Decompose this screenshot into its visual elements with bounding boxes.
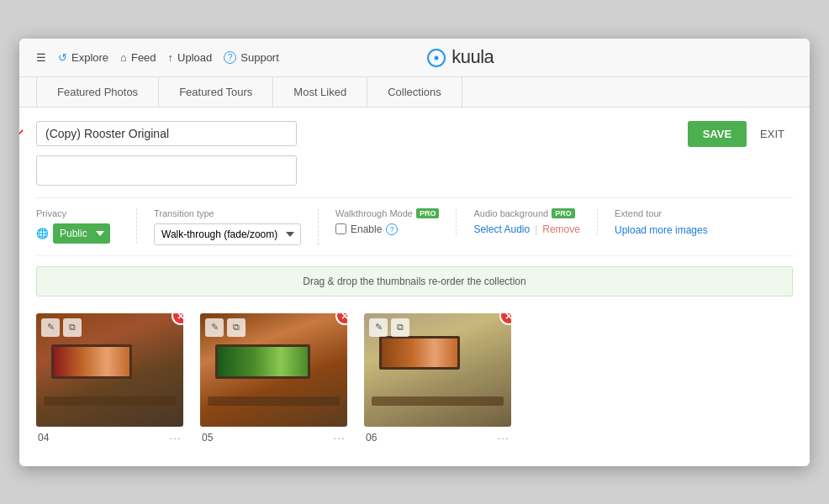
privacy-label: Privacy	[36, 208, 119, 218]
main-content: ↙ SAVE EXIT Privacy 🌐 Public	[19, 108, 810, 466]
select-audio-link[interactable]: Select Audio	[473, 223, 530, 235]
thumb-04-close-icon: ×	[172, 313, 183, 325]
thumb-06-more-button[interactable]: ···	[497, 431, 510, 444]
audio-label: Audio background PRO	[473, 208, 580, 218]
audio-group: Audio background PRO Select Audio | Remo…	[473, 208, 598, 235]
tabs-bar: Featured Photos Featured Tours Most Like…	[19, 77, 810, 108]
site-logo: kuula	[293, 46, 628, 68]
thumb-04-artwork	[51, 344, 132, 379]
menu-icon[interactable]: ☰	[36, 51, 46, 64]
title-buttons: SAVE EXIT	[688, 121, 793, 147]
audio-divider: |	[535, 223, 537, 235]
save-button[interactable]: SAVE	[688, 121, 747, 147]
thumbnail-item-05: ✎ ⧉ × 05 ···	[200, 313, 347, 444]
audio-links: Select Audio | Remove	[473, 223, 580, 235]
walkthrough-label: Walkthrough Mode PRO	[335, 208, 439, 218]
privacy-group: Privacy 🌐 Public Private	[36, 208, 137, 244]
privacy-select[interactable]: Public Private	[53, 223, 110, 244]
walkthrough-group: Walkthrough Mode PRO Enable ?	[335, 208, 457, 235]
thumb-05-more-button[interactable]: ···	[333, 431, 346, 444]
thumb-04-footer: 04 ···	[36, 431, 183, 444]
thumb-05-close-icon: ×	[335, 313, 347, 325]
title-input-container: ↙	[36, 121, 297, 146]
arrow-indicator: ↙	[19, 124, 25, 143]
thumbnail-item-04: ✎ ⧉ × 04 ···	[36, 313, 183, 444]
logo-icon	[427, 49, 446, 67]
thumb-04-copy-icon[interactable]: ⧉	[63, 318, 82, 337]
navbar: ☰ ↺ Explore ⌂ Feed ↑ Upload ? Support ku…	[19, 39, 810, 77]
navbar-left: ☰ ↺ Explore ⌂ Feed ↑ Upload ? Support	[36, 51, 279, 64]
thumb-06-table	[372, 396, 504, 406]
thumb-05-label: 05	[202, 432, 213, 444]
walkthrough-pro-badge: PRO	[416, 208, 440, 218]
thumb-06-close-button[interactable]: ×	[499, 313, 511, 325]
thumb-05-copy-icon[interactable]: ⧉	[227, 318, 246, 337]
nav-explore[interactable]: ↺ Explore	[58, 51, 108, 64]
thumb-06-label: 06	[366, 432, 377, 444]
thumb-04-more-button[interactable]: ···	[169, 431, 182, 444]
thumbnail-image-04[interactable]: ✎ ⧉ ×	[36, 313, 183, 427]
settings-row: Privacy 🌐 Public Private Transition type…	[36, 197, 793, 256]
description-input[interactable]	[36, 155, 297, 186]
audio-pro-badge: PRO	[552, 208, 575, 218]
thumb-06-artwork	[379, 336, 460, 370]
drag-drop-bar: Drag & drop the thumbnails re-order the …	[36, 266, 793, 297]
extend-label: Extend tour	[615, 208, 708, 218]
walkthrough-help-icon[interactable]: ?	[386, 223, 398, 235]
thumb-04-close-button[interactable]: ×	[172, 313, 183, 325]
title-row: ↙ SAVE EXIT	[36, 121, 793, 147]
thumbnails-row: ✎ ⧉ × 04 ··· ✎	[36, 313, 793, 453]
thumb-04-edit-icon[interactable]: ✎	[41, 318, 60, 337]
thumb-04-actions: ✎ ⧉	[41, 318, 82, 337]
remove-audio-link[interactable]: Remove	[542, 223, 580, 235]
tab-featured-tours[interactable]: Featured Tours	[159, 77, 273, 107]
title-input[interactable]	[36, 121, 297, 146]
nav-upload[interactable]: ↑ Upload	[168, 51, 213, 64]
explore-icon: ↺	[58, 51, 67, 64]
main-window: ☰ ↺ Explore ⌂ Feed ↑ Upload ? Support ku…	[19, 39, 810, 466]
walkthrough-checkbox[interactable]	[335, 223, 346, 234]
nav-support[interactable]: ? Support	[224, 51, 279, 64]
thumb-06-actions: ✎ ⧉	[369, 318, 409, 337]
home-icon: ⌂	[120, 51, 127, 64]
thumbnail-item-06: ✎ ⧉ × 06 ···	[364, 313, 511, 444]
transition-group: Transition type Walk-through (fade/zoom)…	[154, 208, 319, 245]
exit-button[interactable]: EXIT	[752, 121, 793, 147]
thumb-05-artwork	[215, 344, 311, 379]
upload-icon: ↑	[168, 51, 174, 64]
thumb-06-footer: 06 ···	[364, 431, 511, 444]
thumbnail-image-06[interactable]: ✎ ⧉ ×	[364, 313, 511, 427]
walkthrough-enable-wrap: Enable ?	[335, 223, 439, 235]
extend-group: Extend tour Upload more images	[615, 208, 725, 236]
upload-images-link[interactable]: Upload more images	[615, 224, 708, 236]
transition-select[interactable]: Walk-through (fade/zoom) Fade Zoom	[154, 223, 301, 245]
thumb-05-table	[208, 396, 341, 406]
tab-most-liked[interactable]: Most Liked	[273, 77, 367, 107]
transition-label: Transition type	[154, 208, 301, 218]
thumb-06-close-icon: ×	[499, 313, 511, 325]
thumb-05-close-button[interactable]: ×	[335, 313, 347, 325]
thumb-05-footer: 05 ···	[200, 431, 347, 444]
thumb-04-label: 04	[38, 432, 49, 444]
thumb-06-edit-icon[interactable]: ✎	[369, 318, 388, 337]
thumb-05-edit-icon[interactable]: ✎	[205, 318, 224, 337]
nav-feed[interactable]: ⌂ Feed	[120, 51, 156, 64]
thumb-06-copy-icon[interactable]: ⧉	[391, 318, 409, 337]
tab-collections[interactable]: Collections	[367, 77, 462, 107]
thumbnail-image-05[interactable]: ✎ ⧉ ×	[200, 313, 347, 427]
thumb-05-actions: ✎ ⧉	[205, 318, 246, 337]
help-icon: ?	[224, 51, 236, 64]
thumb-04-table	[44, 396, 177, 406]
tab-featured-photos[interactable]: Featured Photos	[36, 77, 159, 107]
